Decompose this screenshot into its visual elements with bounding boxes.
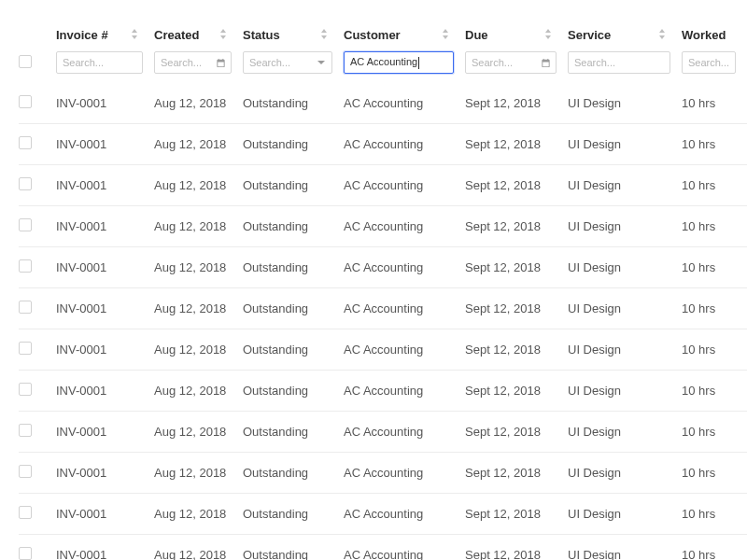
row-checkbox[interactable] xyxy=(19,136,32,149)
cell-invoice: INV-0001 xyxy=(56,329,154,371)
row-checkbox[interactable] xyxy=(19,506,32,519)
col-label: Worked xyxy=(682,28,726,42)
cell-customer: AC Accounting xyxy=(344,206,465,247)
cell-invoice: INV-0001 xyxy=(56,371,154,412)
filter-due[interactable] xyxy=(465,51,557,74)
filter-invoice[interactable] xyxy=(56,51,143,74)
cell-due: Sept 12, 2018 xyxy=(465,288,568,329)
col-header-status[interactable]: Status xyxy=(243,28,344,48)
cell-invoice: INV-0001 xyxy=(56,535,154,561)
cell-status: Outstanding xyxy=(243,83,344,124)
cell-service: UI Design xyxy=(568,453,682,494)
row-checkbox[interactable] xyxy=(19,383,32,396)
col-label: Created xyxy=(154,28,199,42)
select-all-checkbox[interactable] xyxy=(19,55,32,68)
cell-status: Outstanding xyxy=(243,206,344,247)
table-row[interactable]: INV-0001Aug 12, 2018OutstandingAC Accoun… xyxy=(19,165,747,206)
table-row[interactable]: INV-0001Aug 12, 2018OutstandingAC Accoun… xyxy=(19,124,747,165)
cell-customer: AC Accounting xyxy=(344,329,465,371)
row-checkbox[interactable] xyxy=(19,301,32,314)
cell-due: Sept 12, 2018 xyxy=(465,247,568,288)
filter-status[interactable] xyxy=(243,51,332,74)
table-row[interactable]: INV-0001Aug 12, 2018OutstandingAC Accoun… xyxy=(19,288,747,329)
cell-created: Aug 12, 2018 xyxy=(154,329,243,371)
col-header-due[interactable]: Due xyxy=(465,28,568,48)
cell-due: Sept 12, 2018 xyxy=(465,494,568,535)
cell-worked: 10 hrs xyxy=(682,494,747,535)
row-checkbox[interactable] xyxy=(19,218,32,231)
table-row[interactable]: INV-0001Aug 12, 2018OutstandingAC Accoun… xyxy=(19,453,747,494)
sort-icon[interactable] xyxy=(132,29,139,40)
col-label: Service xyxy=(568,28,611,42)
sort-icon[interactable] xyxy=(659,29,667,40)
cell-service: UI Design xyxy=(568,165,682,206)
cell-status: Outstanding xyxy=(243,453,344,494)
cell-created: Aug 12, 2018 xyxy=(154,206,243,247)
table-row[interactable]: INV-0001Aug 12, 2018OutstandingAC Accoun… xyxy=(19,494,747,535)
cell-service: UI Design xyxy=(568,494,682,535)
table-row[interactable]: INV-0001Aug 12, 2018OutstandingAC Accoun… xyxy=(19,371,747,412)
row-checkbox[interactable] xyxy=(19,424,32,437)
cell-created: Aug 12, 2018 xyxy=(154,83,243,124)
col-header-customer[interactable]: Customer xyxy=(344,28,465,48)
cell-created: Aug 12, 2018 xyxy=(154,535,243,561)
cell-status: Outstanding xyxy=(243,124,344,165)
row-checkbox[interactable] xyxy=(19,177,32,190)
cell-status: Outstanding xyxy=(243,412,344,453)
cell-worked: 10 hrs xyxy=(682,535,747,561)
cell-status: Outstanding xyxy=(243,371,344,412)
filter-customer[interactable]: AC Accounting xyxy=(344,51,454,74)
sort-icon[interactable] xyxy=(545,29,553,40)
row-checkbox[interactable] xyxy=(19,259,32,273)
cell-worked: 10 hrs xyxy=(682,124,747,165)
cell-worked: 10 hrs xyxy=(682,206,747,247)
filter-created[interactable] xyxy=(154,51,232,74)
cell-worked: 10 hrs xyxy=(682,329,747,371)
cell-created: Aug 12, 2018 xyxy=(154,288,243,329)
row-checkbox[interactable] xyxy=(19,465,32,478)
cell-due: Sept 12, 2018 xyxy=(465,165,568,206)
cell-customer: AC Accounting xyxy=(344,371,465,412)
sort-icon[interactable] xyxy=(443,29,450,40)
cell-invoice: INV-0001 xyxy=(56,165,154,206)
cell-worked: 10 hrs xyxy=(682,288,747,329)
cell-created: Aug 12, 2018 xyxy=(154,453,243,494)
cell-service: UI Design xyxy=(568,535,682,561)
col-header-worked[interactable]: Worked xyxy=(682,28,747,48)
cell-status: Outstanding xyxy=(243,535,344,561)
cell-worked: 10 hrs xyxy=(682,371,747,412)
sort-icon[interactable] xyxy=(220,29,228,40)
col-header-created[interactable]: Created xyxy=(154,28,243,48)
cell-status: Outstanding xyxy=(243,165,344,206)
row-checkbox[interactable] xyxy=(19,95,32,108)
table-row[interactable]: INV-0001Aug 12, 2018OutstandingAC Accoun… xyxy=(19,206,747,247)
invoice-table: Invoice # Created Status Customer Due xyxy=(19,28,747,560)
row-checkbox[interactable] xyxy=(19,547,32,560)
cell-created: Aug 12, 2018 xyxy=(154,124,243,165)
cell-due: Sept 12, 2018 xyxy=(465,453,568,494)
table-row[interactable]: INV-0001Aug 12, 2018OutstandingAC Accoun… xyxy=(19,329,747,371)
table-row[interactable]: INV-0001Aug 12, 2018OutstandingAC Accoun… xyxy=(19,247,747,288)
cell-due: Sept 12, 2018 xyxy=(465,535,568,561)
table-row[interactable]: INV-0001Aug 12, 2018OutstandingAC Accoun… xyxy=(19,83,747,124)
cell-service: UI Design xyxy=(568,329,682,371)
cell-due: Sept 12, 2018 xyxy=(465,124,568,165)
cell-invoice: INV-0001 xyxy=(56,412,154,453)
sort-icon[interactable] xyxy=(321,29,329,40)
table-row[interactable]: INV-0001Aug 12, 2018OutstandingAC Accoun… xyxy=(19,412,747,453)
cell-worked: 10 hrs xyxy=(682,453,747,494)
col-header-service[interactable]: Service xyxy=(568,28,682,48)
col-label: Due xyxy=(465,28,488,42)
filter-service[interactable] xyxy=(568,51,670,74)
row-checkbox[interactable] xyxy=(19,342,32,355)
cell-customer: AC Accounting xyxy=(344,247,465,288)
cell-invoice: INV-0001 xyxy=(56,83,154,124)
table-row[interactable]: INV-0001Aug 12, 2018OutstandingAC Accoun… xyxy=(19,535,747,561)
cell-service: UI Design xyxy=(568,371,682,412)
cell-customer: AC Accounting xyxy=(344,83,465,124)
cell-invoice: INV-0001 xyxy=(56,288,154,329)
col-label: Status xyxy=(243,28,280,42)
col-header-invoice[interactable]: Invoice # xyxy=(56,28,154,48)
cell-created: Aug 12, 2018 xyxy=(154,247,243,288)
filter-worked[interactable] xyxy=(682,51,736,74)
